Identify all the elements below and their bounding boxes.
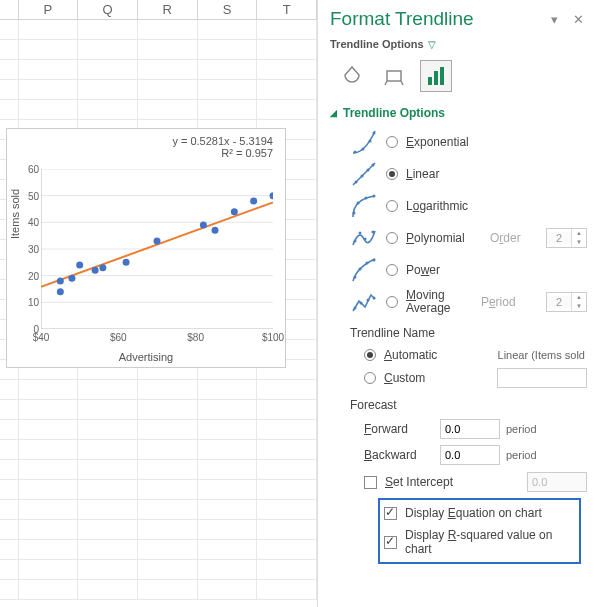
svg-point-41 xyxy=(372,231,375,234)
effects-tab-icon[interactable] xyxy=(378,60,410,92)
fill-line-tab-icon[interactable] xyxy=(336,60,368,92)
moving-avg-radio[interactable] xyxy=(386,296,398,308)
forward-field[interactable] xyxy=(440,419,500,439)
col-header[interactable]: Q xyxy=(78,0,138,19)
backward-field[interactable] xyxy=(440,445,500,465)
trendline-options-tab-icon[interactable] xyxy=(420,60,452,92)
logarithmic-radio[interactable] xyxy=(386,200,398,212)
custom-radio[interactable] xyxy=(364,372,376,384)
spinner-up-icon[interactable]: ▲ xyxy=(572,229,586,238)
spinner-down-icon[interactable]: ▼ xyxy=(572,302,586,311)
forward-label: Forward xyxy=(364,422,434,436)
section-title[interactable]: Trendline Options xyxy=(343,106,445,120)
forecast-label: Forecast xyxy=(350,390,587,416)
panel-dropdown-icon[interactable]: ▾ xyxy=(545,10,563,28)
power-curve-icon xyxy=(350,256,378,284)
order-value[interactable] xyxy=(547,232,571,244)
svg-point-9 xyxy=(57,278,64,285)
svg-point-20 xyxy=(250,198,257,205)
svg-point-18 xyxy=(212,227,219,234)
svg-point-47 xyxy=(360,302,363,305)
period-spinner[interactable]: ▲▼ xyxy=(546,292,587,312)
exponential-label[interactable]: Exponential xyxy=(406,135,469,149)
power-label[interactable]: Power xyxy=(406,263,440,277)
polynomial-radio[interactable] xyxy=(386,232,398,244)
svg-point-13 xyxy=(92,267,99,274)
y-axis-label: Items sold xyxy=(9,189,21,239)
svg-point-21 xyxy=(270,192,274,199)
svg-point-48 xyxy=(367,299,370,302)
exponential-curve-icon xyxy=(350,128,378,156)
custom-label[interactable]: Custom xyxy=(384,371,425,385)
set-intercept-field[interactable] xyxy=(527,472,587,492)
col-header[interactable]: T xyxy=(257,0,317,19)
exponential-radio[interactable] xyxy=(386,136,398,148)
svg-rect-22 xyxy=(428,77,432,85)
column-headers: P Q R S T xyxy=(0,0,317,20)
svg-point-40 xyxy=(364,238,367,241)
linear-curve-icon xyxy=(350,160,378,188)
linear-radio[interactable] xyxy=(386,168,398,180)
moving-avg-curve-icon xyxy=(350,288,378,316)
order-label: Order xyxy=(490,231,521,245)
power-radio[interactable] xyxy=(386,264,398,276)
col-header-blank[interactable] xyxy=(0,0,19,19)
custom-name-field[interactable] xyxy=(497,368,587,388)
set-intercept-label[interactable]: Set Intercept xyxy=(385,475,453,489)
display-r2-checkbox[interactable] xyxy=(384,536,397,549)
chart-equation-box: y = 0.5281x - 5.3194 R² = 0.957 xyxy=(172,135,273,159)
spinner-up-icon[interactable]: ▲ xyxy=(572,293,586,302)
svg-point-39 xyxy=(359,232,362,235)
automatic-radio[interactable] xyxy=(364,349,376,361)
chart-r2: R² = 0.957 xyxy=(172,147,273,159)
logarithmic-curve-icon xyxy=(350,192,378,220)
spinner-down-icon[interactable]: ▼ xyxy=(572,238,586,247)
col-header[interactable]: P xyxy=(19,0,79,19)
svg-rect-24 xyxy=(440,67,444,85)
svg-point-27 xyxy=(369,140,372,143)
svg-point-14 xyxy=(99,264,106,271)
panel-subtitle[interactable]: Trendline Options xyxy=(330,38,424,50)
automatic-label[interactable]: Automatic xyxy=(384,348,437,362)
col-header[interactable]: S xyxy=(198,0,258,19)
linear-label[interactable]: Linear xyxy=(406,167,439,181)
collapse-icon[interactable]: ◢ xyxy=(330,108,337,118)
automatic-name-value: Linear (Items sold xyxy=(498,349,585,361)
scatter-chart[interactable]: y = 0.5281x - 5.3194 R² = 0.957 Items so… xyxy=(6,128,286,368)
svg-point-49 xyxy=(373,297,376,300)
svg-point-25 xyxy=(354,151,357,154)
svg-point-28 xyxy=(373,132,376,135)
polynomial-label[interactable]: Polynomial xyxy=(406,231,465,245)
polynomial-curve-icon xyxy=(350,224,378,252)
svg-point-16 xyxy=(154,238,161,245)
svg-point-10 xyxy=(57,288,64,295)
spreadsheet-grid[interactable]: P Q R S T y = 0.5281x - 5.3194 R² = 0.95… xyxy=(0,0,318,607)
display-equation-label[interactable]: Display Equation on chart xyxy=(405,506,542,520)
panel-title: Format Trendline xyxy=(330,8,539,30)
close-icon[interactable]: ✕ xyxy=(569,10,587,28)
set-intercept-checkbox[interactable] xyxy=(364,476,377,489)
logarithmic-label[interactable]: Logarithmic xyxy=(406,199,468,213)
svg-point-46 xyxy=(354,307,357,310)
svg-point-44 xyxy=(366,262,369,265)
svg-point-38 xyxy=(354,240,357,243)
col-header[interactable]: R xyxy=(138,0,198,19)
chevron-down-icon[interactable]: ▽ xyxy=(428,39,436,50)
svg-point-36 xyxy=(365,197,368,200)
svg-rect-23 xyxy=(434,71,438,85)
period-value[interactable] xyxy=(547,296,571,308)
chart-equation: y = 0.5281x - 5.3194 xyxy=(172,135,273,147)
order-spinner[interactable]: ▲▼ xyxy=(546,228,587,248)
display-equation-checkbox[interactable] xyxy=(384,507,397,520)
period-label: Period xyxy=(481,295,516,309)
svg-point-15 xyxy=(123,259,130,266)
highlighted-options: Display Equation on chart Display R-squa… xyxy=(378,498,581,564)
svg-point-32 xyxy=(367,169,370,172)
moving-avg-label[interactable]: MovingAverage xyxy=(406,289,450,315)
display-r2-label[interactable]: Display R-squared value on chart xyxy=(405,528,577,556)
svg-point-37 xyxy=(373,195,376,198)
svg-point-34 xyxy=(353,212,356,215)
svg-point-30 xyxy=(355,181,358,184)
backward-unit: period xyxy=(506,449,537,461)
svg-point-31 xyxy=(361,175,364,178)
